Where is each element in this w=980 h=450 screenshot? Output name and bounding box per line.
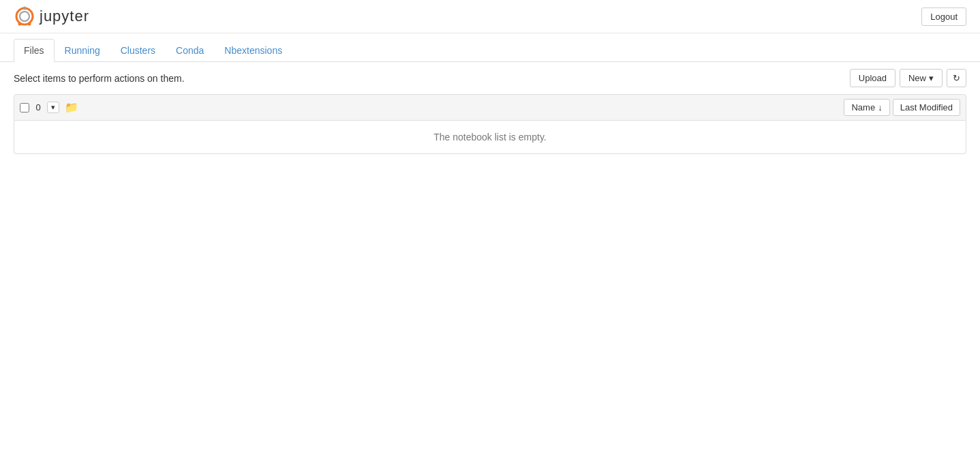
file-list-body: The notebook list is empty.	[14, 121, 966, 154]
tab-nbextensions[interactable]: Nbextensions	[214, 39, 292, 62]
upload-button[interactable]: Upload	[850, 69, 895, 87]
select-dropdown-button[interactable]: ▾	[47, 102, 59, 113]
name-sort-button[interactable]: Name ↓	[844, 99, 889, 116]
refresh-button[interactable]: ↻	[947, 69, 966, 87]
name-sort-arrow: ↓	[878, 102, 883, 112]
svg-point-2	[23, 7, 27, 10]
svg-point-0	[16, 8, 33, 25]
tab-running[interactable]: Running	[55, 39, 110, 62]
tab-conda[interactable]: Conda	[166, 39, 214, 62]
jupyter-logo-icon	[14, 5, 35, 27]
file-list-container: 0 ▾ 📁 Name ↓ Last Modified The notebook …	[0, 94, 980, 154]
toolbar-instruction: Select items to perform actions on them.	[14, 73, 185, 84]
last-modified-button[interactable]: Last Modified	[893, 99, 960, 116]
name-sort-label: Name	[851, 102, 875, 112]
svg-point-4	[28, 22, 31, 26]
new-button[interactable]: New ▾	[900, 69, 943, 87]
empty-message: The notebook list is empty.	[14, 121, 966, 153]
file-list-header: 0 ▾ 📁 Name ↓ Last Modified	[14, 94, 966, 121]
tabs-container: Files Running Clusters Conda Nbextension…	[0, 39, 980, 62]
logout-button[interactable]: Logout	[921, 7, 966, 26]
svg-point-3	[18, 22, 22, 26]
header: jupyter Logout	[0, 0, 980, 33]
folder-icon-button[interactable]: 📁	[63, 101, 80, 114]
logo-text: jupyter	[40, 7, 89, 25]
header-left: 0 ▾ 📁	[20, 101, 844, 114]
toolbar-right: Upload New ▾ ↻	[850, 69, 966, 87]
tab-clusters[interactable]: Clusters	[110, 39, 166, 62]
new-dropdown-arrow: ▾	[929, 73, 934, 83]
select-all-checkbox[interactable]	[20, 103, 29, 112]
tab-files[interactable]: Files	[14, 39, 55, 62]
svg-point-1	[20, 12, 29, 21]
select-count: 0	[33, 102, 43, 112]
header-right: Name ↓ Last Modified	[844, 99, 960, 116]
logo-area: jupyter	[14, 5, 89, 27]
new-button-label: New	[908, 73, 926, 83]
toolbar-row: Select items to perform actions on them.…	[0, 62, 980, 94]
